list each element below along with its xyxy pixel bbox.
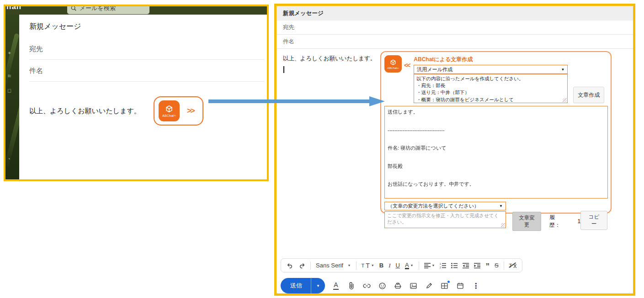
text-color-icon[interactable]: A▼	[405, 262, 414, 269]
expand-chevrons[interactable]: >>	[187, 106, 194, 115]
undo-icon[interactable]	[287, 262, 293, 269]
indent-increase-icon[interactable]	[474, 263, 480, 268]
pen-icon[interactable]	[425, 281, 434, 291]
to-field[interactable]: 宛先	[29, 38, 264, 60]
compose-title: 新規メッセージ	[277, 6, 633, 21]
modify-method-value: （文章の変更方法を選択してください）	[388, 203, 479, 209]
calendar-icon[interactable]	[456, 281, 465, 291]
right-capture-panel: 新規メッセージ 宛先 件名 以上、よろしくお願いいたします。 ABChat+ <…	[274, 4, 635, 296]
send-button[interactable]: 送信 ▼	[281, 278, 325, 293]
text-cursor	[283, 66, 284, 73]
compose-window: 新規メッセージ 宛先 件名 以上、よろしくお願いいたします。 ABChat+ <…	[277, 6, 633, 293]
insert-photo-icon[interactable]	[409, 281, 418, 291]
abchat-launcher-button[interactable]: ABChat+ >>	[154, 96, 203, 125]
chevron-down-icon: ▼	[371, 264, 374, 267]
font-family-select[interactable]: Sans Serif ▼	[316, 262, 351, 269]
flow-arrow	[207, 94, 386, 109]
insert-drive-icon[interactable]	[394, 281, 403, 291]
sidebar-glyph: ◔	[7, 156, 11, 162]
notification-dot	[447, 281, 450, 283]
sidebar-glyph: ✦	[7, 50, 11, 56]
chevron-down-icon: ▼	[348, 264, 351, 267]
modify-instruction-textarea[interactable]	[384, 211, 506, 228]
clear-formatting-icon[interactable]: Tx	[509, 262, 517, 269]
generated-text-area[interactable]: 送信します。 ---------------------------------…	[384, 106, 608, 199]
compose-title: 新規メッセージ	[29, 15, 264, 38]
italic-icon[interactable]: I	[389, 262, 390, 269]
bulleted-list-icon[interactable]	[451, 263, 458, 268]
formatting-toolbar: Sans Serif ▼ TT▼ B I U A▼ ▼ 12 ” S Tx	[281, 258, 522, 272]
attach-file-icon[interactable]	[347, 281, 356, 291]
to-field[interactable]: 宛先	[277, 21, 633, 35]
insert-emoji-icon[interactable]	[378, 281, 387, 291]
numbered-list-icon[interactable]: 12	[440, 263, 446, 268]
cube-icon	[165, 105, 174, 114]
send-label[interactable]: 送信	[281, 278, 311, 293]
underline-icon[interactable]: U	[396, 262, 400, 269]
strikethrough-icon[interactable]: S	[495, 262, 499, 269]
quote-icon[interactable]: ”	[485, 265, 490, 268]
svg-text:2: 2	[440, 266, 441, 268]
chevron-down-icon: ▼	[499, 204, 503, 208]
template-select-value: 汎用メール作成	[417, 66, 452, 73]
chevron-down-icon: ▼	[410, 264, 414, 267]
sidebar-glyph: ≋	[7, 73, 11, 79]
abchat-panel-title: ABChatによる文章作成	[414, 56, 607, 63]
redo-icon[interactable]	[298, 262, 305, 269]
prompt-textarea[interactable]: 以下の内容に沿ったメールを作成してください。 ・宛先：部長 ・送り元：中井（部下…	[414, 74, 568, 103]
left-capture-panel: nail メールを検索 ✦ ≋ ◻ ◔ 新規メッセージ 宛先 件名 以上、よろし…	[4, 5, 269, 181]
indent-decrease-icon[interactable]	[463, 263, 469, 268]
search-placeholder: メールを検索	[80, 6, 116, 12]
abchat-icon-label: ABChat+	[387, 67, 399, 69]
chevron-down-icon: ▼	[561, 68, 564, 72]
align-icon[interactable]: ▼	[424, 263, 435, 268]
cube-icon	[389, 59, 397, 66]
gmail-background-topbar: nail メールを検索	[5, 6, 267, 15]
history-label: 履歴：	[549, 214, 564, 229]
more-options-icon[interactable]: ⋮	[471, 281, 480, 291]
subject-field[interactable]: 件名	[29, 60, 264, 82]
subject-field[interactable]: 件名	[277, 35, 633, 49]
chevron-down-icon: ▼	[432, 264, 435, 267]
compose-body-text[interactable]: 以上、よろしくお願いいたします。	[29, 107, 141, 115]
table-icon[interactable]	[440, 281, 449, 291]
send-options-button[interactable]: ▼	[311, 278, 325, 293]
chevron-down-icon: ▼	[316, 284, 320, 288]
abchat-app-icon: ABChat+	[384, 55, 402, 73]
abchat-icon-label: ABChat+	[162, 114, 176, 117]
modify-method-select[interactable]: （文章の変更方法を選択してください） ▼	[384, 202, 506, 210]
search-icon	[71, 6, 76, 11]
abchat-app-icon: ABChat+	[159, 100, 180, 121]
font-size-select[interactable]: TT▼	[362, 262, 374, 269]
collapse-chevrons[interactable]: <<	[404, 62, 410, 69]
formatting-options-icon[interactable]: A	[331, 281, 341, 291]
tutorial-canvas: nail メールを検索 ✦ ≋ ◻ ◔ 新規メッセージ 宛先 件名 以上、よろし…	[0, 0, 644, 298]
modify-button[interactable]: 文章変更	[512, 212, 541, 231]
send-row: 送信 ▼ A ⋮	[281, 277, 480, 294]
sidebar-glyph: ◻	[7, 88, 11, 94]
abchat-panel: ABChat+ << ABChatによる文章作成 汎用メール作成 ▼ 以下の内容…	[380, 51, 612, 214]
generate-button[interactable]: 文章作成	[573, 87, 604, 103]
history-value: 1	[577, 218, 580, 225]
svg-text:1: 1	[440, 263, 441, 265]
gmail-search-bar[interactable]: メールを検索	[67, 6, 149, 14]
copy-button[interactable]: コピー	[580, 211, 607, 230]
insert-link-icon[interactable]	[362, 281, 372, 291]
template-select[interactable]: 汎用メール作成 ▼	[414, 65, 568, 74]
bold-icon[interactable]: B	[379, 262, 383, 269]
gmail-logo-fragment: nail	[6, 6, 21, 11]
gmail-sidebar-fragment: ✦ ≋ ◻ ◔	[5, 15, 19, 179]
